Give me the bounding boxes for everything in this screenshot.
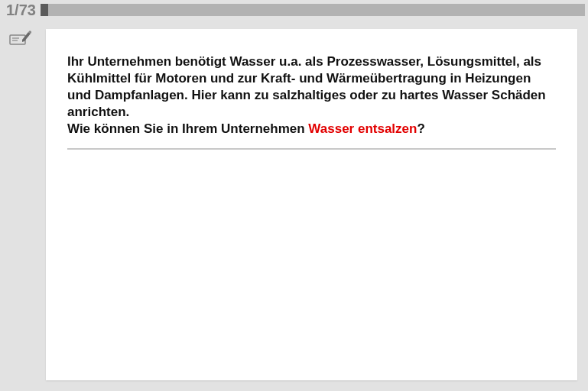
question-highlight: Wasser entsalzen — [308, 121, 417, 136]
progress-track[interactable] — [41, 4, 585, 16]
page-counter: 1/73 — [0, 2, 41, 19]
question-text: Ihr Unternehmen benötigt Wasser u.a. als… — [67, 53, 556, 150]
progress-fill — [41, 4, 48, 16]
progress-bar: 1/73 — [0, 0, 588, 20]
edit-icon[interactable] — [8, 29, 31, 47]
main-area: Ihr Unternehmen benötigt Wasser u.a. als… — [0, 20, 588, 391]
question-prompt-prefix: Wie können Sie in Ihrem Unternehmen — [67, 121, 308, 136]
question-intro: Ihr Unternehmen benötigt Wasser u.a. als… — [67, 54, 546, 119]
toolbar — [0, 20, 40, 391]
content-card: Ihr Unternehmen benötigt Wasser u.a. als… — [46, 29, 577, 380]
question-prompt-suffix: ? — [417, 121, 424, 136]
